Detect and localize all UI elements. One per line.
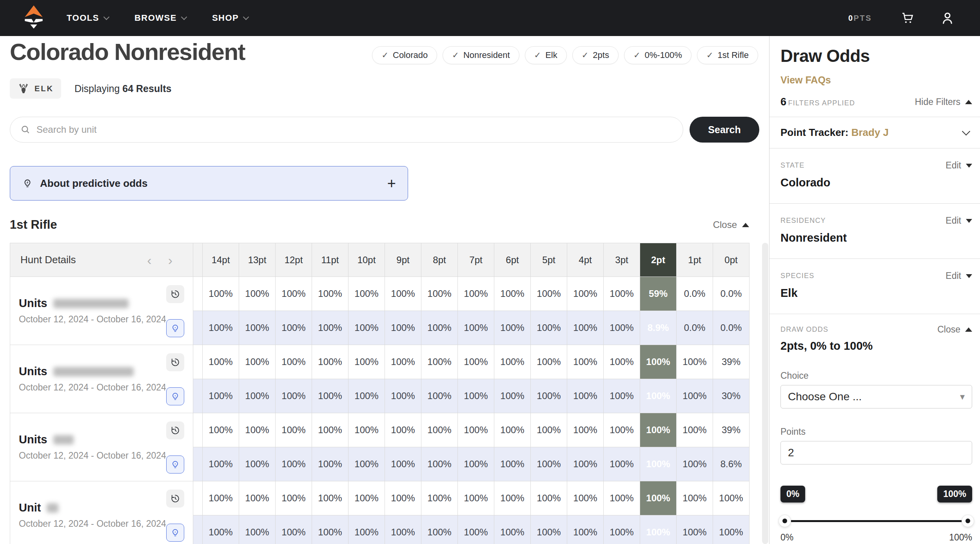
season-section-head: 1st Rifle Close [10, 218, 749, 232]
edit-label: Edit [946, 160, 961, 171]
predictive-odds-button[interactable] [166, 319, 184, 337]
filter-chip-2pts[interactable]: ✓2pts [572, 46, 619, 64]
odds-cell: 100% [348, 413, 385, 447]
search-input[interactable]: Search by unit [10, 117, 683, 143]
slider-track[interactable] [784, 520, 969, 522]
hunt-details-cell[interactable]: UnitsOctober 12, 2024 - October 16, 2024 [10, 413, 193, 481]
odds-cell: 100% [348, 481, 385, 515]
odds-cell: 100% [713, 515, 750, 544]
season-title: 1st Rifle [10, 218, 57, 232]
odds-cell: 100% [604, 277, 640, 311]
point-tracker-label: Point Tracker: [780, 127, 848, 138]
odds-cell: 100% [604, 447, 640, 481]
odds-cell: 100% [494, 277, 531, 311]
odds-history-button[interactable] [166, 421, 184, 439]
hunt-details-cell[interactable]: UnitOctober 12, 2024 - October 16, 2024 [10, 481, 193, 544]
odds-cell: 100% [604, 311, 640, 345]
odds-cell: 100% [640, 515, 677, 544]
lightbulb-icon [170, 391, 180, 401]
slider-max-label: 100% [949, 532, 972, 543]
odds-cell: 100% [458, 277, 494, 311]
sidebar-field-state: STATEEditColorado [769, 148, 980, 203]
choice-select[interactable]: Choose One ... ▾ [780, 385, 972, 408]
view-faqs-link[interactable]: View FAQs [780, 74, 831, 86]
hunt-details-cell[interactable]: UnitsOctober 12, 2024 - October 16, 2024 [10, 345, 193, 413]
odds-history-button[interactable] [166, 353, 184, 371]
column-header-9pt: 9pt [385, 243, 421, 277]
filter-chip-label: Colorado [393, 50, 428, 60]
odds-cell: 100% [385, 481, 421, 515]
page-title: Colorado Nonresident [10, 38, 245, 65]
field-label: STATE [780, 161, 804, 170]
odds-cell: 8.6% [713, 447, 750, 481]
odds-cell: 100% [276, 345, 312, 379]
nav-menu-tools[interactable]: TOOLS [67, 13, 109, 23]
nav-menu-browse[interactable]: BROWSE [134, 13, 186, 23]
odds-cell: 100% [239, 447, 276, 481]
filter-chip-colorado[interactable]: ✓Colorado [372, 46, 437, 64]
points-input[interactable]: 2 [780, 441, 972, 464]
chevron-down-icon [103, 14, 110, 20]
history-icon [170, 425, 180, 436]
results-bold: 64 Results [122, 83, 171, 94]
main-menu: TOOLSBROWSESHOP [67, 13, 248, 23]
odds-cell: 100% [494, 345, 531, 379]
predictive-odds-button[interactable] [166, 455, 184, 474]
odds-cell: 100% [531, 379, 567, 413]
check-icon: ✓ [452, 51, 459, 60]
hide-filters-button[interactable]: Hide Filters [915, 97, 972, 107]
filter-chip-0-100[interactable]: ✓0%-100% [624, 46, 691, 64]
table-scroll-left-button[interactable]: ‹ [147, 253, 151, 267]
account-button[interactable] [940, 11, 955, 25]
odds-cell: 100% [531, 277, 567, 311]
odds-history-button[interactable] [166, 490, 184, 508]
predictive-odds-button[interactable] [166, 387, 184, 405]
odds-cell: 100% [713, 481, 750, 515]
gohunt-logo[interactable] [23, 5, 45, 31]
lightbulb-icon [170, 323, 180, 333]
edit-state-button[interactable]: Edit [946, 160, 972, 171]
search-button[interactable]: Search [690, 117, 759, 143]
odds-cell: 100% [567, 447, 604, 481]
slider-handle-max[interactable] [962, 515, 974, 527]
filter-chip-1st-rifle[interactable]: ✓1st Rifle [697, 46, 758, 64]
odds-cell: 100% [276, 447, 312, 481]
edit-residency-button[interactable]: Edit [946, 215, 972, 226]
odds-cell: 100% [640, 481, 677, 515]
hunt-details-cell[interactable]: UnitsOctober 12, 2024 - October 16, 2024 [10, 277, 193, 345]
slider-handle-dot [782, 519, 787, 523]
points-indicator[interactable]: 0PTS [846, 13, 874, 23]
close-draw-odds-button[interactable]: Close [937, 324, 972, 335]
odds-cell: 39% [713, 345, 750, 379]
point-tracker-row[interactable]: Point Tracker: Brady J [769, 117, 980, 148]
odds-history-button[interactable] [166, 285, 184, 303]
slider-handle-min[interactable] [779, 515, 791, 527]
row-spacer [193, 277, 203, 311]
user-icon [940, 11, 955, 25]
vertical-scrollbar[interactable] [762, 243, 768, 544]
filter-chip-elk[interactable]: ✓Elk [525, 46, 567, 64]
table-scroll-right-button[interactable]: › [168, 253, 172, 267]
odds-cell: 100% [421, 311, 458, 345]
odds-range-slider[interactable] [780, 515, 972, 527]
odds-cell: 100% [421, 345, 458, 379]
edit-species-button[interactable]: Edit [946, 271, 972, 281]
filter-chip-label: 0%-100% [645, 50, 682, 60]
predictive-odds-banner[interactable]: About predictive odds + [10, 166, 408, 201]
predictive-odds-button[interactable] [166, 524, 184, 542]
filters-count: 6 [780, 96, 786, 108]
nav-menu-shop[interactable]: SHOP [212, 13, 248, 23]
odds-cell: 100% [421, 447, 458, 481]
hunt-details-label: Hunt Details [20, 254, 76, 266]
results-row: ELK Displaying 64 Results [10, 78, 171, 99]
sidebar-field-species: SPECIESEditElk [769, 259, 980, 314]
close-season-button[interactable]: Close [713, 219, 749, 230]
filter-chip-nonresident[interactable]: ✓Nonresident [443, 46, 519, 64]
odds-cell: 100% [567, 345, 604, 379]
cart-button[interactable] [900, 11, 914, 25]
odds-cell: 100% [458, 515, 494, 544]
check-icon: ✓ [633, 51, 641, 60]
odds-cell: 100% [203, 277, 239, 311]
odds-cell: 100% [348, 447, 385, 481]
odds-cell: 100% [494, 311, 531, 345]
